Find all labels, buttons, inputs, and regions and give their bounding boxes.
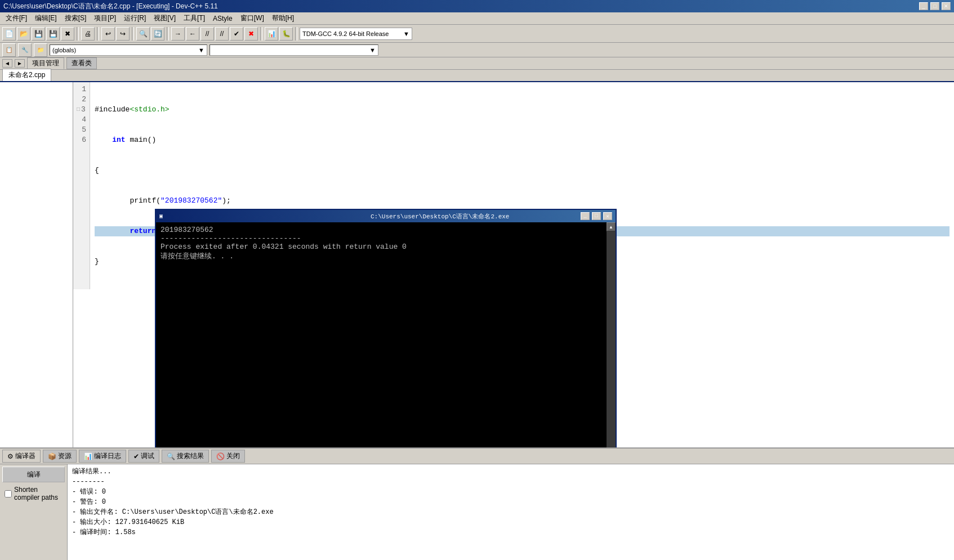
toolbar-main: 📄 📂 💾 💾 ✖ 🖨 ↩ ↪ 🔍 🔄 → ← // // ✔ ✖ 📊 🐛 TD… (0, 25, 954, 43)
code-line-4: printf("201983270562"); (95, 196, 949, 206)
redo-button[interactable]: ↪ (116, 27, 130, 41)
output-time: - 编译时间: 1.58s (72, 527, 949, 537)
console-window[interactable]: ▣ C:\Users\user\Desktop\C语言\未命名2.exe _ □… (155, 209, 617, 447)
compiler-dropdown-value: TDM-GCC 4.9.2 64-bit Release (302, 30, 403, 37)
title-bar: C:\Users\user\Desktop\C语言\未命名2.cpp - [Ex… (0, 0, 954, 12)
stop-button[interactable]: ✖ (244, 27, 258, 41)
output-separator: -------- (72, 477, 949, 487)
menu-tools[interactable]: 工具[T] (180, 12, 208, 24)
menu-astyle[interactable]: AStyle (209, 14, 236, 24)
separator1 (77, 27, 79, 41)
output-filesize: - 输出大小: 127.931640625 KiB (72, 517, 949, 527)
file-tab-unnamed2[interactable]: 未命名2.cpp (2, 69, 51, 81)
compiler-dropdown[interactable]: TDM-GCC 4.9.2 64-bit Release ▼ (300, 28, 412, 40)
symbol-dropdown[interactable]: ▼ (209, 44, 378, 56)
open-button[interactable]: 📂 (17, 27, 30, 41)
compiler-dropdown-arrow: ▼ (403, 30, 409, 37)
find-button[interactable]: 🔍 (136, 27, 150, 41)
scope-dropdown[interactable]: (globals) ▼ (50, 44, 207, 56)
unindent-button[interactable]: ← (186, 27, 199, 41)
sidebar (0, 82, 73, 447)
bottom-close-icon: 🚫 (216, 453, 225, 460)
scope-value: (globals) (52, 47, 198, 53)
save-all-button[interactable]: 💾 (46, 27, 60, 41)
console-scroll-up[interactable]: ▲ (607, 222, 616, 231)
save-button[interactable]: 💾 (32, 27, 45, 41)
close-file-button[interactable]: ✖ (61, 27, 74, 41)
debug-button[interactable]: 🐛 (279, 27, 293, 41)
resource-icon: 📦 (48, 453, 56, 460)
bottom-tab-bar: ⚙ 编译器 📦 资源 📊 编译日志 ✔ 调试 🔍 搜索结果 🚫 关闭 (0, 449, 954, 464)
tab-compile-log[interactable]: 📊 编译日志 (79, 450, 126, 463)
tab-class-view[interactable]: 查看类 (66, 57, 97, 69)
comment-button[interactable]: // (200, 27, 214, 41)
toolbar-scope: 📋 🔧 📁 (globals) ▼ ▼ (0, 43, 954, 57)
tab-compiler[interactable]: ⚙ 编译器 (2, 450, 41, 463)
compile-icon: ⚙ (7, 453, 14, 460)
shorten-paths-row: Shorten compiler paths (2, 485, 65, 503)
menu-run[interactable]: 运行[R] (121, 12, 149, 24)
title-text: C:\Users\user\Desktop\C语言\未命名2.cpp - [Ex… (3, 2, 918, 11)
compile-button[interactable]: 编译 (2, 467, 65, 482)
console-title-text: C:\Users\user\Desktop\C语言\未命名2.exe (371, 212, 579, 221)
uncomment-button[interactable]: // (215, 27, 229, 41)
tab-resources[interactable]: 📦 资源 (43, 450, 77, 463)
scope-btn3[interactable]: 📁 (34, 43, 47, 57)
line-num-3: □3 (77, 105, 86, 115)
log-icon: 📊 (84, 453, 92, 460)
close-button[interactable]: ✕ (942, 2, 951, 10)
editor-wrapper: 1 2 □3 4 5 6 #include<stdio.h> int main(… (0, 82, 954, 447)
separator5 (260, 27, 262, 41)
code-editor[interactable]: 1 2 □3 4 5 6 #include<stdio.h> int main(… (73, 82, 954, 447)
undo-button[interactable]: ↩ (101, 27, 115, 41)
output-header: 编译结果... (72, 467, 949, 477)
debug-icon: ✔ (133, 453, 139, 460)
menu-edit[interactable]: 编辑[E] (32, 12, 60, 24)
tab-compiler-label: 编译器 (15, 451, 35, 461)
code-line-1: #include<stdio.h> (95, 105, 949, 115)
minimize-button[interactable]: _ (919, 2, 928, 10)
replace-button[interactable]: 🔄 (151, 27, 164, 41)
tab-debug-label: 调试 (141, 451, 154, 461)
console-close-button[interactable]: ✕ (603, 212, 612, 220)
separator4 (167, 27, 169, 41)
chart-button[interactable]: 📊 (265, 27, 278, 41)
print-button[interactable]: 🖨 (81, 27, 95, 41)
new-button[interactable]: 📄 (2, 27, 16, 41)
proj-nav-prev[interactable]: ◄ (2, 59, 12, 68)
menu-project[interactable]: 项目[P] (91, 12, 119, 24)
console-output-2: -------------------------------- (161, 234, 611, 243)
tab-close[interactable]: 🚫 关闭 (211, 450, 245, 463)
separator3 (132, 27, 134, 41)
app-window: C:\Users\user\Desktop\C语言\未命名2.cpp - [Ex… (0, 0, 954, 560)
shorten-paths-checkbox[interactable] (5, 490, 12, 498)
console-scrollbar[interactable]: ▲ ▼ (607, 222, 616, 447)
menu-help[interactable]: 帮助[H] (269, 12, 297, 24)
menu-file[interactable]: 文件[F] (2, 12, 30, 24)
proj-nav-next[interactable]: ► (15, 59, 25, 68)
file-tab-bar: 未命名2.cpp (0, 70, 954, 82)
console-minimize-button[interactable]: _ (581, 212, 590, 220)
console-body: 201983270562 ---------------------------… (156, 222, 616, 447)
compile-output-panel: 编译结果... -------- - 错误: 0 - 警告: 0 - 输出文件名… (68, 464, 954, 560)
menu-view[interactable]: 视图[V] (150, 12, 179, 24)
scope-btn2[interactable]: 🔧 (18, 43, 32, 57)
console-maximize-button[interactable]: □ (592, 212, 601, 220)
line-num-6: 6 (77, 135, 86, 145)
tab-resources-label: 资源 (58, 451, 72, 461)
tab-project-manager[interactable]: 项目管理 (27, 57, 64, 69)
output-errors: - 错误: 0 (72, 487, 949, 497)
project-tab-bar: ◄ ► 项目管理 查看类 (0, 57, 954, 70)
output-warnings: - 警告: 0 (72, 497, 949, 507)
shorten-paths-label: Shorten compiler paths (14, 486, 63, 501)
indent-button[interactable]: → (171, 27, 185, 41)
maximize-button[interactable]: □ (930, 2, 939, 10)
menu-window[interactable]: 窗口[W] (237, 12, 268, 24)
scope-btn1[interactable]: 📋 (2, 43, 16, 57)
menu-search[interactable]: 搜索[S] (61, 12, 90, 24)
console-output-3: Process exited after 0.04321 seconds wit… (161, 243, 611, 251)
line-numbers: 1 2 □3 4 5 6 (73, 82, 90, 289)
syntax-check-button[interactable]: ✔ (230, 27, 243, 41)
tab-debug[interactable]: ✔ 调试 (128, 450, 159, 463)
tab-search-results[interactable]: 🔍 搜索结果 (162, 450, 209, 463)
